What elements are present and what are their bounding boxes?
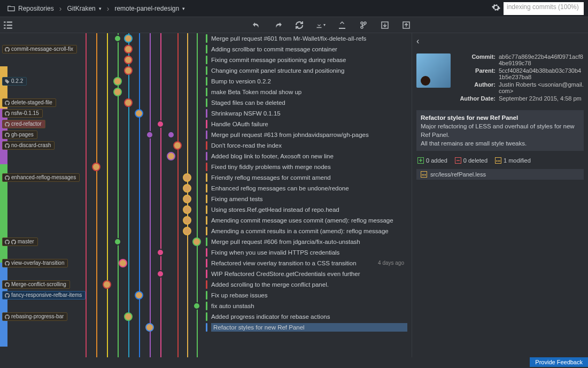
- commit-node[interactable]: [92, 163, 100, 171]
- commit-message[interactable]: Added progress indicator for rebase acti…: [211, 313, 407, 320]
- commit-node[interactable]: [167, 152, 175, 160]
- commit-message[interactable]: Merge pull request #606 from jdgarcia/fi…: [211, 239, 407, 245]
- redo-button[interactable]: [273, 20, 283, 30]
- commit-node[interactable]: [119, 259, 127, 267]
- commit-message[interactable]: Amending a commit results in a commit (a…: [211, 228, 407, 234]
- changed-file-row[interactable]: ••• src/less/refPanel.less: [416, 169, 584, 180]
- commit-message[interactable]: Fixing when you use invalid HTTPS creden…: [211, 249, 407, 256]
- commit-row[interactable]: 0.2.2Bump to version 0.2.2: [0, 76, 412, 87]
- breadcrumb-repo[interactable]: remote-panel-redesign ▾: [111, 5, 188, 12]
- commit-message[interactable]: fix auto unstash: [211, 303, 407, 309]
- commit-row[interactable]: Changing commit panel structure and posi…: [0, 65, 412, 76]
- commit-row[interactable]: WIP Refactored CredStore.getCredentials …: [0, 269, 412, 279]
- branch-ref-pill[interactable]: 0.2.2: [2, 77, 27, 86]
- commit-node[interactable]: [114, 35, 121, 42]
- commit-node[interactable]: [173, 141, 182, 150]
- branch-ref-pill[interactable]: enhanced-reflog-messages: [2, 173, 80, 182]
- commit-row[interactable]: Added blog link to footer, Axosoft on ne…: [0, 151, 412, 162]
- commit-message[interactable]: Handle OAuth failure: [211, 121, 407, 127]
- commit-row[interactable]: Fixed tiny fiddly problems with merge no…: [0, 162, 412, 172]
- parent-hash[interactable]: 5ccf40824a04b38bab03c730b41b5e237ba8: [499, 67, 584, 80]
- branch-ref-pill[interactable]: gh-pages: [2, 131, 37, 139]
- commit-hash[interactable]: ab6c77a869e22b4a46f0971acf84be9199c78: [499, 53, 584, 66]
- commit-row[interactable]: gh-pagesMerge pull request #613 from joh…: [0, 129, 412, 140]
- commit-node[interactable]: [113, 77, 122, 86]
- commit-row[interactable]: fancy-responsive-refbar-itemsFix up reba…: [0, 290, 412, 301]
- branch-ref-pill[interactable]: nsfw-0.1.15: [2, 109, 43, 118]
- commit-message[interactable]: Fixing amend tests: [211, 196, 407, 202]
- commit-node[interactable]: [183, 216, 191, 225]
- commit-node[interactable]: [145, 323, 154, 332]
- back-button[interactable]: ‹: [412, 33, 588, 49]
- branch-ref-pill[interactable]: rebasing-progress-bar: [2, 312, 67, 321]
- commit-message[interactable]: Using stores.Ref.getHead instead of repo…: [211, 206, 407, 213]
- push-button[interactable]: [337, 20, 347, 30]
- commit-node[interactable]: [193, 302, 200, 310]
- undo-button[interactable]: [252, 20, 261, 30]
- commit-message[interactable]: Added scrolling to the merge conflict pa…: [211, 281, 407, 288]
- commit-row[interactable]: Merge-conflict-scrollingAdded scrolling …: [0, 279, 412, 290]
- commit-message[interactable]: Bump to version 0.2.2: [211, 78, 407, 85]
- commit-row[interactable]: fix auto unstash: [0, 301, 412, 311]
- commit-row[interactable]: Enhanced reflog messages can be undone/r…: [0, 183, 412, 194]
- commit-message[interactable]: WIP Refactored CredStore.getCredentials …: [211, 271, 407, 277]
- commit-row[interactable]: view-overlay-transitionRefactored view o…: [0, 258, 412, 269]
- commit-node[interactable]: [135, 291, 143, 300]
- commit-message[interactable]: Friendly reflog messages for commit amen…: [211, 174, 407, 181]
- branch-ref-pill[interactable]: commit-message-scroll-fix: [2, 45, 77, 53]
- commit-node[interactable]: [183, 227, 191, 235]
- pop-stash-button[interactable]: [401, 20, 411, 30]
- commit-message[interactable]: Refactored view overlay transition to a …: [211, 260, 407, 266]
- commit-row[interactable]: Amending commit message uses commit (ame…: [0, 215, 412, 226]
- commit-row[interactable]: Fixing when you use invalid HTTPS creden…: [0, 247, 412, 258]
- commit-node[interactable]: [124, 98, 133, 107]
- commit-node[interactable]: [114, 238, 121, 246]
- commit-node[interactable]: [183, 184, 191, 193]
- commit-message[interactable]: Added blog link to footer, Axosoft on ne…: [211, 153, 407, 159]
- commit-message[interactable]: Fixed tiny fiddly problems with merge no…: [211, 164, 407, 170]
- commit-row[interactable]: enhanced-reflog-messagesFriendly reflog …: [0, 172, 412, 183]
- commit-node[interactable]: [124, 56, 133, 64]
- commit-message[interactable]: Shrinkwrap NSFW 0.1.15: [211, 110, 407, 117]
- pull-button[interactable]: ▾: [316, 20, 326, 30]
- commit-node[interactable]: [124, 45, 133, 53]
- commit-row[interactable]: cred-refactorHandle OAuth failure: [0, 119, 412, 129]
- commit-node[interactable]: [124, 66, 133, 75]
- branch-ref-pill[interactable]: cred-refactor: [2, 120, 45, 128]
- commit-message[interactable]: Refactor styles for new Ref Panel: [211, 323, 407, 332]
- commit-message[interactable]: Fix up rebase issues: [211, 292, 407, 298]
- branch-ref-pill[interactable]: delete-staged-file: [2, 98, 56, 107]
- commit-node[interactable]: [157, 270, 164, 278]
- stash-button[interactable]: [380, 20, 390, 30]
- commit-node[interactable]: [192, 237, 201, 246]
- commit-node[interactable]: [146, 131, 153, 139]
- commit-message[interactable]: Staged files can be deleted: [211, 99, 407, 106]
- branch-ref-pill[interactable]: master: [2, 237, 38, 246]
- commit-message[interactable]: Merge pull request #613 from johndavidsp…: [211, 132, 407, 138]
- commit-node[interactable]: [183, 205, 191, 214]
- commit-node[interactable]: [183, 173, 191, 182]
- commit-node[interactable]: [183, 195, 191, 203]
- branch-ref-pill[interactable]: fancy-responsive-refbar-items: [2, 291, 86, 300]
- branch-ref-pill[interactable]: no-discard-crash: [2, 141, 55, 150]
- commit-message[interactable]: Don't force-read the index: [211, 142, 407, 149]
- branch-ref-pill[interactable]: view-overlay-transition: [2, 259, 68, 267]
- commit-row[interactable]: commit-message-scroll-fixAdding scrollba…: [0, 44, 412, 55]
- commit-row[interactable]: Merge pull request #601 from Mr-Wallet/f…: [0, 33, 412, 44]
- commit-row[interactable]: Fixing commit message positioning during…: [0, 55, 412, 65]
- commit-row[interactable]: Using stores.Ref.getHead instead of repo…: [0, 204, 412, 215]
- commit-node[interactable]: [124, 34, 133, 43]
- commit-message[interactable]: Fixing commit message positioning during…: [211, 57, 407, 63]
- commit-row[interactable]: rebasing-progress-barAdded progress indi…: [0, 311, 412, 322]
- commit-node[interactable]: [103, 280, 111, 289]
- commit-node[interactable]: [135, 109, 143, 118]
- commit-message[interactable]: Enhanced reflog messages can be undone/r…: [211, 185, 407, 191]
- breadcrumb-org[interactable]: GitKraken ▾: [64, 5, 104, 12]
- commit-node[interactable]: [157, 120, 164, 128]
- commit-row[interactable]: delete-staged-fileStaged files can be de…: [0, 97, 412, 108]
- commit-message[interactable]: make Beta Token modal show up: [211, 89, 407, 95]
- commit-node[interactable]: [157, 249, 164, 256]
- breadcrumb-repos[interactable]: Repositories: [4, 5, 57, 12]
- commit-node[interactable]: [124, 312, 133, 321]
- commit-row[interactable]: masterMerge pull request #606 from jdgar…: [0, 236, 412, 247]
